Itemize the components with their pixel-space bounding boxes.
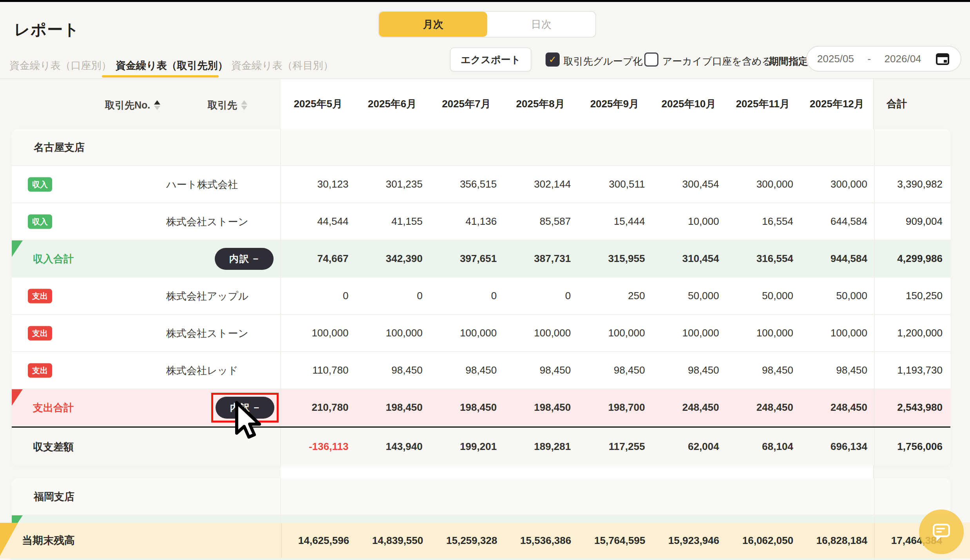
month-value-cell: 944,584 <box>800 240 874 277</box>
month-value-cell: 50,000 <box>800 278 874 314</box>
total-value-cell: 3,390,982 <box>874 166 950 202</box>
month-header: 2025年7月 <box>429 97 503 111</box>
month-value-cell: 316,554 <box>726 240 800 277</box>
month-value-cell <box>281 479 355 515</box>
income-total-label: 収入合計 <box>33 252 74 266</box>
chat-fab-button[interactable] <box>919 509 964 554</box>
column-header-total: 合計 <box>887 97 907 111</box>
row-head: 収入合計内訳 − <box>12 240 281 277</box>
month-headers: 2025年5月2025年6月2025年7月2025年8月2025年9月2025年… <box>281 97 874 111</box>
tab-cashflow-by-account[interactable]: 資金繰り表（口座別） <box>9 59 112 72</box>
month-value-cell: 10,000 <box>652 203 726 240</box>
month-value-cell: 250 <box>578 278 652 314</box>
month-value-cell: 100,000 <box>800 315 874 351</box>
report-page: { "page": { "title": "レポート" }, "toggle":… <box>0 0 970 560</box>
month-value-cell: 98,450 <box>652 352 726 388</box>
month-value-cell: 41,155 <box>355 203 429 240</box>
checkbox-checked-icon[interactable]: ✓ <box>546 52 560 67</box>
month-value-cell: 100,000 <box>652 315 726 351</box>
table-row: 収入ハート株式会社30,123301,235356,515302,144300,… <box>12 166 950 203</box>
month-value-cell: 15,444 <box>578 203 652 240</box>
include-archived-label: アーカイブ口座を含める <box>662 55 772 68</box>
tab-cashflow-by-category[interactable]: 資金繰り表（科目別） <box>231 59 334 72</box>
row-head: 支出株式会社アップル <box>12 278 281 314</box>
table-row: 収入合計内訳 −74,667342,390397,651387,731315,9… <box>12 240 950 278</box>
closing-balance-cell: 14,625,596 <box>282 523 356 558</box>
calendar-icon[interactable] <box>935 51 950 67</box>
row-head: 収入株式会社ストーン <box>12 203 281 240</box>
month-value-cell <box>355 479 429 515</box>
closing-balance-cell: 15,923,946 <box>652 523 726 558</box>
month-value-cell: 210,780 <box>281 389 355 426</box>
month-value-cell: 0 <box>429 278 503 314</box>
sort-arrows-icon[interactable] <box>154 100 160 110</box>
month-value-cell: 44,544 <box>281 203 355 240</box>
sort-arrows-icon[interactable] <box>241 100 247 110</box>
month-value-cell <box>429 479 503 515</box>
checkbox-unchecked-icon[interactable] <box>644 52 658 67</box>
corner-triangle <box>12 389 23 406</box>
total-value-cell: 150,250 <box>874 278 950 314</box>
row-head: 福岡支店 <box>12 479 281 515</box>
include-archived-checkbox[interactable] <box>644 52 658 67</box>
month-value-cell: 189,281 <box>503 428 577 466</box>
table-row: 収支差額-136,113143,940199,201189,281117,255… <box>12 426 950 466</box>
partner-name: 株式会社レッド <box>166 363 238 377</box>
month-value-cell: 315,955 <box>578 240 652 277</box>
month-value-cell: 16,554 <box>726 203 800 240</box>
month-value-cell: 100,000 <box>726 315 800 351</box>
month-value-cell: 98,450 <box>726 352 800 388</box>
balance-label: 収支差額 <box>33 440 74 453</box>
table-row: 支出株式会社ストーン100,000100,000100,000100,00010… <box>12 315 950 352</box>
month-value-cell: 248,450 <box>652 389 726 426</box>
month-header: 2025年11月 <box>726 97 800 111</box>
month-value-cell: 0 <box>355 278 429 314</box>
tab-cashflow-by-partner[interactable]: 資金繰り表（取引先別） <box>116 59 228 72</box>
branch-card-nagoya: 名古屋支店収入ハート株式会社30,123301,235356,515302,14… <box>12 129 950 466</box>
month-value-cell <box>281 129 355 165</box>
month-value-cell <box>726 479 800 515</box>
month-value-cell: 110,780 <box>281 352 355 388</box>
partner-name: 株式会社ストーン <box>166 326 248 340</box>
total-value-cell: 4,299,986 <box>874 240 950 277</box>
month-value-cell: 198,450 <box>503 389 577 426</box>
toggle-daily[interactable]: 日次 <box>487 12 595 37</box>
chat-bubble-icon <box>930 521 952 543</box>
period-end-value[interactable]: 2026/04 <box>885 53 921 65</box>
total-value-cell: 1,200,000 <box>874 315 950 351</box>
month-value-cell: 98,450 <box>429 352 503 388</box>
partner-name: 株式会社アップル <box>166 289 248 303</box>
income-badge: 収入 <box>28 177 52 191</box>
table-row: 収入株式会社ストーン44,54441,15541,13685,58715,444… <box>12 203 950 240</box>
month-value-cell: 0 <box>503 278 577 314</box>
closing-balance-values: 14,625,59614,839,55015,259,32815,536,386… <box>281 523 874 558</box>
partner-name: 株式会社ストーン <box>166 215 248 228</box>
month-value-cell: 199,201 <box>429 428 503 466</box>
row-head: 支出株式会社ストーン <box>12 315 281 351</box>
export-button[interactable]: エクスポート <box>450 47 531 72</box>
toggle-monthly[interactable]: 月次 <box>379 12 487 37</box>
month-value-cell: 198,450 <box>429 389 503 426</box>
row-head: 支出株式会社レッド <box>12 352 281 388</box>
month-value-cell: 397,651 <box>429 240 503 277</box>
month-value-cell: 356,515 <box>429 166 503 202</box>
closing-balance-cell: 15,536,386 <box>504 523 578 558</box>
row-head: 支出合計内訳 − <box>12 389 281 426</box>
month-value-cell: 300,454 <box>652 166 726 202</box>
month-value-cell: 98,450 <box>578 352 652 388</box>
closing-balance-label: 当期末残高 <box>22 533 75 547</box>
month-value-cell: 98,450 <box>503 352 577 388</box>
column-header-partner-no[interactable]: 取引先No. <box>105 99 160 112</box>
month-value-cell: 387,731 <box>503 240 577 277</box>
breakdown-toggle-button[interactable]: 内訳 − <box>215 248 274 270</box>
partner-grouping-checkbox[interactable]: ✓ <box>546 52 560 67</box>
month-value-cell: 342,390 <box>355 240 429 277</box>
column-header-partner[interactable]: 取引先 <box>208 99 247 112</box>
period-range-input[interactable]: 2025/05 - 2026/04 <box>806 46 961 72</box>
total-value-cell: 1,756,006 <box>874 428 950 466</box>
closing-balance-cell: 15,259,328 <box>430 523 504 558</box>
period-start-value[interactable]: 2025/05 <box>817 53 854 65</box>
month-value-cell: 300,000 <box>726 166 800 202</box>
month-value-cell: 198,450 <box>355 389 429 426</box>
month-value-cell <box>429 129 503 165</box>
